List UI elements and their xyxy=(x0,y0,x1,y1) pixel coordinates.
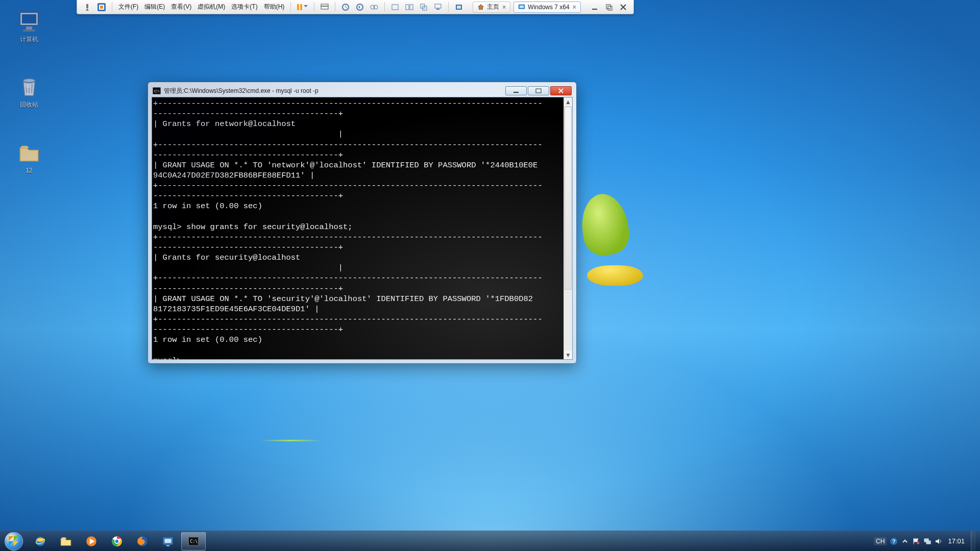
taskbar-chrome[interactable] xyxy=(105,532,129,550)
svg-text:?: ? xyxy=(892,538,896,544)
desktop-icon-recyclebin[interactable]: 回收站 xyxy=(9,74,49,109)
menu-edit[interactable]: 编辑(E) xyxy=(141,0,168,14)
tab-close-icon[interactable]: × xyxy=(502,4,506,11)
tray-clock[interactable]: 17:01 xyxy=(948,537,965,545)
tab-close-icon[interactable]: × xyxy=(573,4,576,11)
vm-send-cad-icon[interactable] xyxy=(317,0,332,14)
svg-rect-24 xyxy=(608,6,612,10)
cmd-client-area: +---------------------------------------… xyxy=(152,97,573,360)
start-button[interactable] xyxy=(0,531,28,552)
window-minimize-button[interactable] xyxy=(505,86,527,95)
cmd-window[interactable]: C:\ 管理员: C:\Windows\System32\cmd.exe - m… xyxy=(148,82,577,364)
svg-point-29 xyxy=(23,79,35,83)
vm-view-multi-icon[interactable] xyxy=(402,0,416,14)
svg-rect-23 xyxy=(606,5,610,9)
taskbar-vmware[interactable] xyxy=(156,532,180,550)
desktop-icon-label: 回收站 xyxy=(9,101,49,109)
menu-vm[interactable]: 虚拟机(M) xyxy=(194,0,228,14)
svg-rect-51 xyxy=(926,541,930,544)
tab-home[interactable]: 主页 × xyxy=(473,2,510,13)
cmd-title-prefix: 管理员: xyxy=(164,87,184,95)
menu-help[interactable]: 帮助(H) xyxy=(261,0,288,14)
tray-language[interactable]: CH xyxy=(874,537,887,545)
cmd-icon: C:\ xyxy=(153,87,161,94)
menu-view[interactable]: 查看(V) xyxy=(168,0,194,14)
tab-windows7[interactable]: Windows 7 x64 × xyxy=(513,2,580,13)
svg-rect-31 xyxy=(513,92,519,93)
window-close-button[interactable] xyxy=(550,86,572,95)
wallpaper-sprout-decor xyxy=(260,426,322,446)
desktop-icon-label: 计算机 xyxy=(9,35,49,44)
tab-label: 主页 xyxy=(487,3,499,11)
vm-view-console-icon[interactable] xyxy=(431,0,445,14)
svg-rect-42 xyxy=(165,539,172,543)
home-icon xyxy=(477,4,484,11)
system-tray: CH ? x 17:01 xyxy=(870,531,980,551)
scroll-thumb[interactable] xyxy=(565,107,572,290)
vm-minimize-icon[interactable] xyxy=(587,0,602,14)
tray-flag-icon[interactable]: x xyxy=(912,537,920,545)
vm-snapshot-manage-icon[interactable] xyxy=(367,0,381,14)
recyclebin-icon xyxy=(17,74,41,99)
scroll-up-icon[interactable]: ▲ xyxy=(564,97,572,106)
svg-rect-4 xyxy=(100,6,103,9)
vm-menu: 文件(F) 编辑(E) 查看(V) 虚拟机(M) 选项卡(T) 帮助(H) xyxy=(112,0,290,14)
svg-rect-19 xyxy=(457,6,461,9)
taskbar-mediaplayer[interactable] xyxy=(79,532,104,550)
svg-rect-16 xyxy=(435,4,441,8)
cmd-titlebar[interactable]: C:\ 管理员: C:\Windows\System32\cmd.exe - m… xyxy=(151,85,574,97)
vm-restore-icon[interactable] xyxy=(602,0,616,14)
vm-pin-icon[interactable] xyxy=(80,0,94,14)
svg-rect-11 xyxy=(392,5,398,10)
taskbar-cmd[interactable]: C:\ xyxy=(181,532,206,550)
svg-rect-0 xyxy=(86,4,88,8)
svg-rect-43 xyxy=(166,545,170,546)
windows-logo-icon xyxy=(5,532,23,550)
taskbar-ie[interactable] xyxy=(28,532,53,550)
svg-marker-1 xyxy=(86,8,89,11)
desktop-icon-folder12[interactable]: 12 xyxy=(9,141,49,174)
svg-rect-32 xyxy=(536,89,541,93)
window-maximize-button[interactable] xyxy=(528,86,549,95)
cmd-output[interactable]: +---------------------------------------… xyxy=(152,97,564,359)
vm-logo-icon[interactable] xyxy=(94,0,109,14)
menu-tabs[interactable]: 选项卡(T) xyxy=(228,0,260,14)
svg-rect-5 xyxy=(321,6,328,9)
vm-snapshot-take-icon[interactable] xyxy=(338,0,353,14)
svg-rect-27 xyxy=(26,27,32,30)
svg-rect-12 xyxy=(406,5,409,10)
vm-close-icon[interactable] xyxy=(616,0,630,14)
svg-point-39 xyxy=(115,539,119,543)
svg-text:x: x xyxy=(917,541,919,544)
taskbar: C:\ CH ? x 17:01 xyxy=(0,531,980,551)
menu-file[interactable]: 文件(F) xyxy=(115,0,141,14)
taskbar-firefox[interactable] xyxy=(130,532,155,550)
svg-rect-26 xyxy=(22,14,36,23)
svg-text:C:\: C:\ xyxy=(190,539,198,544)
tab-label: Windows 7 x64 xyxy=(528,4,569,11)
folder-icon xyxy=(17,141,41,165)
scroll-down-icon[interactable]: ▼ xyxy=(564,350,572,359)
svg-rect-21 xyxy=(520,5,524,8)
tray-network-icon[interactable] xyxy=(923,537,932,545)
cmd-scrollbar[interactable]: ▲ ▼ xyxy=(564,97,572,359)
tray-volume-icon[interactable] xyxy=(935,537,943,545)
svg-point-10 xyxy=(374,5,378,9)
desktop-icon-computer[interactable]: 计算机 xyxy=(9,9,49,44)
tray-help-icon[interactable]: ? xyxy=(890,537,898,545)
wallpaper-plant-decor xyxy=(582,194,653,286)
vm-fullscreen-icon[interactable] xyxy=(452,0,466,14)
computer-icon xyxy=(17,9,41,34)
tray-chevron-icon[interactable] xyxy=(901,537,909,545)
taskbar-explorer[interactable] xyxy=(54,532,78,550)
vmware-toolbar: 文件(F) 编辑(E) 查看(V) 虚拟机(M) 选项卡(T) 帮助(H) 主页… xyxy=(77,0,634,14)
show-desktop-button[interactable] xyxy=(971,531,976,552)
vm-view-single-icon[interactable] xyxy=(388,0,402,14)
svg-rect-17 xyxy=(436,9,439,10)
cmd-title-path: C:\Windows\System32\cmd.exe - mysql -u r… xyxy=(184,87,318,94)
vm-snapshot-revert-icon[interactable] xyxy=(353,0,367,14)
svg-rect-28 xyxy=(23,30,35,32)
vm-suspend-button[interactable] xyxy=(294,0,311,14)
svg-rect-22 xyxy=(592,9,597,10)
vm-view-unity-icon[interactable] xyxy=(416,0,431,14)
